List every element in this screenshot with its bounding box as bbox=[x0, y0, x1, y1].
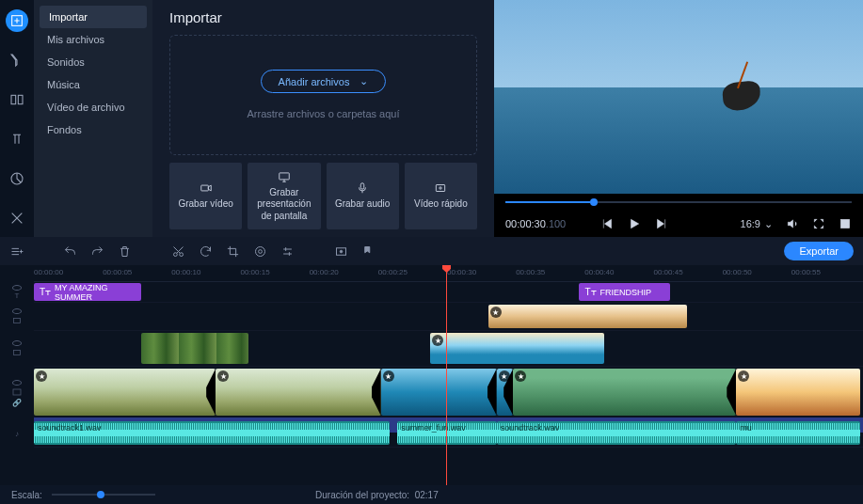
overlay-track-header-1[interactable] bbox=[11, 303, 23, 331]
overlay-track-header-2[interactable] bbox=[11, 331, 23, 367]
adjust-button[interactable] bbox=[280, 244, 295, 259]
sidebar-item-sonidos[interactable]: Sonidos bbox=[34, 51, 152, 73]
overlay-track-1[interactable]: ★ bbox=[34, 303, 863, 331]
quick-video-label: Vídeo rápido bbox=[414, 198, 468, 211]
fullscreen-button[interactable] bbox=[812, 217, 825, 230]
ruler-tick: 00:00:05 bbox=[103, 268, 132, 276]
audio-clip-label: soundtrack1.wav bbox=[38, 423, 102, 433]
clip[interactable]: mu bbox=[736, 421, 860, 445]
ruler-tick: 00:00:40 bbox=[584, 268, 614, 276]
transitions-tool[interactable] bbox=[6, 88, 28, 111]
preview-scrubber[interactable] bbox=[494, 194, 863, 211]
prev-frame-button[interactable] bbox=[601, 217, 615, 230]
svg-point-8 bbox=[439, 187, 441, 189]
svg-rect-6 bbox=[360, 183, 364, 189]
delete-button[interactable] bbox=[118, 244, 132, 259]
status-bar: Escala: Duración del proyecto: 02:17 bbox=[0, 485, 863, 504]
import-sidebar: Importar Mis archivos Sonidos Música Víd… bbox=[34, 0, 152, 237]
title-icon: Tᴛ bbox=[40, 287, 51, 297]
chevron-down-icon: ⌄ bbox=[764, 218, 773, 230]
svg-rect-5 bbox=[280, 172, 290, 179]
clip[interactable]: TᴛFRIENDSHIP bbox=[579, 283, 670, 301]
audio-clip-label: mu bbox=[740, 423, 752, 433]
timeline-tracks: 00:00:0000:00:0500:00:1000:00:1500:00:20… bbox=[34, 265, 863, 485]
titles-tool[interactable] bbox=[6, 128, 28, 150]
record-video-label: Grabar vídeo bbox=[178, 198, 232, 211]
clip[interactable]: soundtrack.wav bbox=[497, 421, 737, 445]
export-button[interactable]: Exportar bbox=[784, 242, 854, 260]
clip[interactable]: ★ bbox=[34, 369, 216, 416]
scale-label: Escala: bbox=[11, 490, 42, 500]
star-icon: ★ bbox=[36, 370, 47, 382]
aspect-ratio-select[interactable]: 16:9 ⌄ bbox=[741, 218, 773, 230]
preview-video[interactable] bbox=[494, 0, 863, 194]
add-track-button[interactable] bbox=[9, 244, 24, 259]
svg-rect-1 bbox=[11, 95, 16, 103]
clip[interactable] bbox=[141, 333, 248, 364]
video-track[interactable]: ★★★★★★ bbox=[34, 367, 863, 419]
dropzone[interactable]: Añadir archivos ⌄ Arrastre archivos o ca… bbox=[169, 35, 477, 155]
record-screen-button[interactable]: Grabar presentación de pantalla bbox=[248, 163, 320, 230]
clip[interactable]: ★ bbox=[736, 369, 860, 416]
add-files-label: Añadir archivos bbox=[279, 76, 350, 87]
playhead[interactable] bbox=[446, 265, 447, 485]
clip[interactable]: ★ bbox=[497, 369, 514, 416]
audio-track-header[interactable]: ♪ bbox=[15, 419, 19, 448]
ruler-tick: 00:00:55 bbox=[791, 268, 821, 276]
svg-rect-7 bbox=[437, 185, 445, 192]
zoom-slider[interactable] bbox=[52, 494, 155, 496]
play-button[interactable] bbox=[628, 217, 641, 230]
undo-button[interactable] bbox=[63, 244, 77, 259]
tool-column bbox=[0, 0, 34, 237]
chevron-down-icon[interactable]: ⌄ bbox=[359, 75, 368, 87]
ruler-tick: 00:00:30 bbox=[447, 268, 476, 276]
clip[interactable]: ★ bbox=[488, 305, 687, 328]
ruler-tick: 00:00:35 bbox=[516, 268, 545, 276]
title-track-header[interactable]: T bbox=[12, 282, 22, 303]
next-frame-button[interactable] bbox=[654, 217, 667, 230]
svg-rect-4 bbox=[200, 185, 208, 191]
filters-tool[interactable] bbox=[6, 49, 28, 71]
import-title: Importar bbox=[169, 9, 477, 25]
add-files-button[interactable]: Añadir archivos ⌄ bbox=[261, 70, 387, 93]
sidebar-item-importar[interactable]: Importar bbox=[40, 6, 147, 28]
clip[interactable]: ★ bbox=[513, 369, 736, 416]
project-duration: Duración del proyecto: 02:17 bbox=[315, 490, 439, 500]
clip[interactable]: TᴛMY AMAZING SUMMER bbox=[34, 283, 141, 301]
clip[interactable]: soundtrack1.wav bbox=[34, 421, 390, 445]
sidebar-item-fondos[interactable]: Fondos bbox=[34, 118, 152, 141]
overlay-track-2[interactable]: ★ bbox=[34, 331, 863, 367]
sidebar-item-mis-archivos[interactable]: Mis archivos bbox=[34, 28, 152, 51]
sidebar-item-video-archivo[interactable]: Vídeo de archivo bbox=[34, 96, 152, 118]
drag-hint: Arrastre archivos o carpetas aquí bbox=[247, 108, 399, 119]
quick-video-button[interactable]: Vídeo rápido bbox=[405, 163, 477, 230]
clip[interactable]: ★ bbox=[430, 333, 603, 364]
rotate-button[interactable] bbox=[199, 244, 213, 259]
clip[interactable]: ★ bbox=[381, 369, 497, 416]
record-vo-button[interactable] bbox=[334, 244, 348, 259]
more-tools[interactable] bbox=[6, 207, 28, 229]
stickers-tool[interactable] bbox=[6, 167, 28, 190]
monitor-icon bbox=[277, 170, 292, 183]
redo-button[interactable] bbox=[90, 244, 104, 259]
sidebar-item-musica[interactable]: Música bbox=[34, 73, 152, 96]
import-tool[interactable] bbox=[6, 9, 28, 32]
cut-button[interactable] bbox=[171, 244, 185, 259]
crop-button[interactable] bbox=[226, 244, 240, 259]
color-button[interactable] bbox=[253, 244, 267, 259]
record-video-button[interactable]: Grabar vídeo bbox=[169, 163, 242, 230]
detach-button[interactable] bbox=[839, 217, 852, 230]
star-icon: ★ bbox=[490, 307, 502, 318]
ruler-tick: 00:00:10 bbox=[171, 268, 200, 276]
clip[interactable]: ★ bbox=[216, 369, 381, 416]
ruler-tick: 00:00:50 bbox=[723, 268, 752, 276]
record-audio-button[interactable]: Grabar audio bbox=[327, 163, 399, 230]
title-track[interactable]: TᴛMY AMAZING SUMMERTᴛFRIENDSHIP bbox=[34, 282, 863, 303]
audio-track[interactable]: soundtrack1.wavsummer_fun.wavsoundtrack.… bbox=[34, 419, 863, 448]
marker-button[interactable] bbox=[361, 244, 376, 259]
audio-clip-label: soundtrack.wav bbox=[501, 423, 560, 433]
volume-button[interactable] bbox=[786, 217, 799, 230]
video-track-header[interactable]: 🔗 bbox=[11, 367, 23, 419]
svg-rect-17 bbox=[14, 350, 21, 354]
record-audio-label: Grabar audio bbox=[335, 198, 390, 211]
